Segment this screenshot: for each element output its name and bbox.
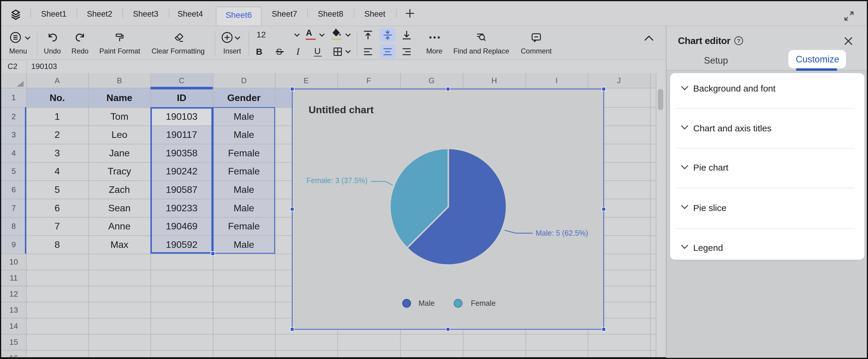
svg-text:Untitled chart: Untitled chart — [308, 104, 373, 115]
svg-text:11: 11 — [9, 273, 18, 282]
svg-text:190117: 190117 — [166, 130, 197, 140]
svg-text:E: E — [303, 76, 308, 85]
svg-text:ID: ID — [177, 92, 186, 103]
svg-text:5: 5 — [11, 167, 16, 176]
svg-text:14: 14 — [9, 322, 18, 330]
svg-text:12: 12 — [9, 290, 18, 298]
svg-text:190358: 190358 — [165, 148, 197, 158]
svg-text:B: B — [117, 76, 122, 85]
svg-text:H: H — [491, 76, 497, 85]
svg-text:7: 7 — [54, 221, 60, 232]
svg-text:8: 8 — [54, 239, 60, 250]
svg-text:Male: Male — [418, 299, 434, 307]
svg-text:No.: No. — [49, 92, 65, 103]
svg-text:Female: Female — [228, 166, 259, 177]
svg-text:Female: Female — [471, 299, 495, 307]
svg-text:Male: Male — [234, 184, 254, 195]
svg-text:3: 3 — [54, 148, 60, 158]
svg-text:Tom: Tom — [110, 111, 128, 122]
svg-text:Zach: Zach — [108, 184, 130, 195]
svg-text:Male: Male — [234, 130, 254, 140]
svg-text:Anne: Anne — [108, 221, 130, 232]
svg-text:J: J — [617, 76, 620, 85]
svg-text:2: 2 — [54, 130, 60, 140]
svg-text:9: 9 — [11, 240, 16, 249]
svg-text:G: G — [428, 76, 434, 85]
svg-text:4: 4 — [11, 149, 16, 158]
svg-text:190103: 190103 — [165, 111, 197, 122]
svg-text:190469: 190469 — [165, 221, 197, 232]
svg-text:5: 5 — [54, 184, 60, 195]
svg-text:Female: Female — [228, 221, 259, 232]
svg-text:Male: Male — [234, 203, 254, 214]
svg-text:6: 6 — [54, 203, 60, 214]
svg-text:I: I — [555, 76, 557, 85]
svg-text:190592: 190592 — [165, 239, 197, 250]
svg-text:16: 16 — [9, 354, 18, 358]
svg-text:10: 10 — [9, 257, 18, 266]
svg-text:7: 7 — [11, 203, 16, 213]
svg-text:6: 6 — [11, 185, 16, 194]
svg-text:F: F — [366, 76, 371, 85]
svg-text:?: ? — [737, 38, 741, 44]
svg-text:4: 4 — [54, 166, 60, 177]
svg-text:A: A — [54, 76, 60, 85]
svg-text:1: 1 — [54, 111, 60, 122]
svg-text:Male: Male — [234, 111, 254, 122]
svg-text:190587: 190587 — [165, 184, 197, 195]
svg-text:Female: Female — [228, 148, 259, 158]
svg-text:8: 8 — [11, 222, 16, 231]
svg-text:Male: Male — [234, 239, 254, 250]
svg-text:Gender: Gender — [227, 92, 260, 103]
svg-text:190233: 190233 — [165, 203, 197, 214]
svg-text:Leo: Leo — [111, 130, 127, 140]
svg-text:D: D — [241, 76, 246, 85]
svg-text:3: 3 — [11, 130, 16, 139]
svg-text:Jane: Jane — [109, 148, 129, 158]
svg-text:Female: 3 (37.5%): Female: 3 (37.5%) — [306, 176, 367, 185]
svg-text:Sean: Sean — [108, 203, 130, 214]
svg-text:C: C — [179, 76, 184, 85]
svg-text:Name: Name — [106, 92, 132, 103]
svg-text:Tracy: Tracy — [107, 166, 131, 177]
svg-text:13: 13 — [9, 305, 18, 315]
svg-text:2: 2 — [11, 112, 16, 121]
svg-text:190242: 190242 — [165, 166, 197, 177]
svg-text:15: 15 — [9, 337, 18, 347]
svg-text:Male: 5 (62.5%): Male: 5 (62.5%) — [535, 229, 588, 237]
svg-text:1: 1 — [11, 93, 16, 102]
svg-text:Max: Max — [110, 239, 128, 250]
